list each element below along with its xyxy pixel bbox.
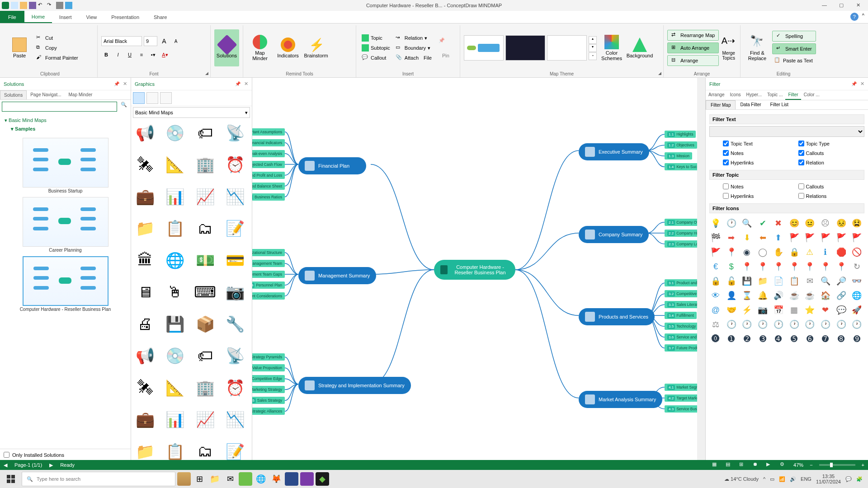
vertical-scrollbar[interactable] <box>697 78 705 462</box>
callout-button[interactable]: 💬Callout <box>360 53 392 62</box>
collapse-ribbon-icon[interactable]: ^ <box>862 13 864 21</box>
map-sub-node[interactable]: 7.1Important Assumptions <box>252 128 285 136</box>
filter-icon-item[interactable]: 🕐 <box>835 318 848 331</box>
map-sub-node[interactable]: 7.2Key Financial Indicators <box>252 139 285 146</box>
map-sub-node[interactable]: 3.4Fulfillment <box>665 312 697 319</box>
solutions-button[interactable]: Solutions <box>214 29 239 66</box>
view-mode-icon[interactable]: ⊞ <box>739 461 746 469</box>
quickprint-icon[interactable] <box>65 2 72 9</box>
map-sub-node[interactable]: 1.2Objectives <box>665 141 697 149</box>
filter-icon-item[interactable]: ✔ <box>756 217 769 230</box>
clipart-item[interactable]: ⏰ <box>223 375 247 400</box>
map-sub-node[interactable]: 7.6Projected Balance Sheet <box>252 183 285 190</box>
clipart-item[interactable]: 📢 <box>133 121 157 145</box>
mail-icon[interactable]: ✉ <box>223 472 237 486</box>
explorer-icon[interactable]: 📁 <box>208 472 222 486</box>
map-sub-node[interactable]: 1.3Mission <box>665 152 692 160</box>
filter-icon-item[interactable]: 🔊 <box>772 289 785 302</box>
battery-icon[interactable]: ▭ <box>770 476 774 482</box>
clipart-item[interactable]: 🖥 <box>133 280 157 304</box>
clipart-item[interactable]: 📝 <box>223 216 247 240</box>
filter-icon-item[interactable]: ➎ <box>788 333 801 345</box>
gallery-up-icon[interactable]: ▴ <box>589 36 597 44</box>
filter-icon-item[interactable]: ◯ <box>756 246 769 258</box>
clipart-item[interactable]: 🏢 <box>193 375 217 400</box>
filter-icon-item[interactable]: ➡ <box>725 231 738 244</box>
filter-icon-item[interactable]: ☹ <box>819 217 832 230</box>
close-panel-icon[interactable]: ✕ <box>860 81 864 87</box>
page-nav-tab[interactable]: Page Navigat... <box>27 90 65 99</box>
attach-button[interactable]: 📎Attach File <box>394 53 434 62</box>
map-sub-node[interactable]: 5.2Value Proposition <box>252 364 285 371</box>
filter-icon-item[interactable]: 🚩 <box>803 231 816 244</box>
taskbar-app[interactable] <box>239 472 252 486</box>
filter-icon-item[interactable]: 🔔 <box>756 289 769 302</box>
wifi-icon[interactable]: 📶 <box>779 476 785 482</box>
clipart-item[interactable]: 📊 <box>163 407 187 432</box>
theme-item[interactable] <box>547 35 587 61</box>
filter-icon-item[interactable]: ⓿ <box>709 333 722 345</box>
clipart-item[interactable]: 🛰 <box>133 375 157 400</box>
filter-icon-item[interactable]: 📍 <box>741 260 753 273</box>
print-icon[interactable] <box>56 2 63 9</box>
subtopic-button[interactable]: Subtopic <box>360 43 392 52</box>
map-main-node[interactable]: Financial Plan <box>298 157 366 174</box>
clipart-item[interactable]: 📉 <box>223 184 247 209</box>
help-icon[interactable]: ? <box>850 13 859 21</box>
filter-icon-item[interactable]: ➒ <box>850 333 863 345</box>
clipart-item[interactable]: 📡 <box>223 121 247 145</box>
filter-icon-item[interactable]: 🚩 <box>788 231 801 244</box>
new-icon[interactable] <box>11 2 18 9</box>
redo-icon[interactable]: ↷ <box>47 2 54 9</box>
filter-checkbox[interactable]: Notes <box>723 183 776 189</box>
map-sub-node[interactable]: 7.5Projected Profit and Loss <box>252 172 285 179</box>
open-icon[interactable] <box>20 2 27 9</box>
map-sub-node[interactable]: 6.3Management Team Gaps <box>252 271 285 278</box>
filter-icon-item[interactable]: 👓 <box>850 275 863 287</box>
filter-icon-item[interactable]: 📷 <box>756 304 769 316</box>
clipart-item[interactable]: 📁 <box>133 216 157 240</box>
view-mode-icon[interactable]: ▦ <box>712 461 719 469</box>
taskview-icon[interactable]: ⊞ <box>193 472 206 486</box>
clipart-item[interactable]: 💿 <box>163 121 187 145</box>
map-main-node[interactable]: Market Analysis Summary <box>579 391 662 408</box>
clipart-item[interactable]: 💼 <box>133 407 157 432</box>
clipart-item[interactable]: 🏷 <box>193 121 217 145</box>
align-button[interactable]: ≡ <box>137 50 146 60</box>
topic-button[interactable]: Topic <box>360 33 392 42</box>
filter-tab[interactable]: Color ... <box>801 90 822 100</box>
filter-icon-item[interactable]: 💡 <box>709 217 722 230</box>
close-panel-icon[interactable]: ✕ <box>123 81 127 87</box>
record-icon[interactable]: ⏺ <box>753 461 760 469</box>
filter-checkbox[interactable]: Topic Type <box>798 141 851 146</box>
filter-icon-item[interactable]: 📄 <box>772 275 785 287</box>
filter-icon-item[interactable]: 🕐 <box>819 318 832 331</box>
filter-icon-item[interactable]: 🔒 <box>788 246 801 258</box>
zoom-out-icon[interactable]: − <box>810 462 812 468</box>
clipart-item[interactable]: 💳 <box>223 248 247 272</box>
filter-icon-item[interactable]: 👁 <box>709 289 722 302</box>
play-icon[interactable]: ▶ <box>766 461 774 469</box>
filter-icon-item[interactable]: 🚩 <box>850 231 863 244</box>
shrink-font-icon[interactable]: A <box>171 36 181 46</box>
pin-icon[interactable]: 📌 <box>235 81 241 86</box>
clock[interactable]: 13:3511/07/2024 <box>816 474 841 484</box>
clipart-item[interactable]: 🌐 <box>163 248 187 272</box>
filter-icon-item[interactable]: 🔍 <box>819 275 832 287</box>
clipart-item[interactable]: 📉 <box>223 407 247 432</box>
map-center-node[interactable]: Computer Hardware - Reseller Business Pl… <box>434 260 515 280</box>
clipart-item[interactable]: 💿 <box>163 343 187 368</box>
theme-item[interactable] <box>505 35 545 61</box>
tree-root[interactable]: ▾ Basic Mind Maps <box>5 116 126 125</box>
gallery-more-icon[interactable]: ⌄ <box>589 52 597 60</box>
next-page-icon[interactable]: ▶ <box>49 462 53 468</box>
filter-checkbox[interactable]: Callouts <box>798 183 851 189</box>
theme-dialog-launcher[interactable]: ◢ <box>657 71 662 76</box>
filter-tab[interactable]: Icons <box>727 90 744 100</box>
clipart-item[interactable]: 📷 <box>223 280 247 304</box>
filter-icon-item[interactable]: ➐ <box>819 333 832 345</box>
font-dialog-launcher[interactable]: ◢ <box>204 71 209 76</box>
sample-thumb[interactable] <box>23 138 108 188</box>
map-sub-node[interactable]: 7.4Projected Cash Flow <box>252 161 285 168</box>
clipart-item[interactable]: 📦 <box>193 312 217 336</box>
